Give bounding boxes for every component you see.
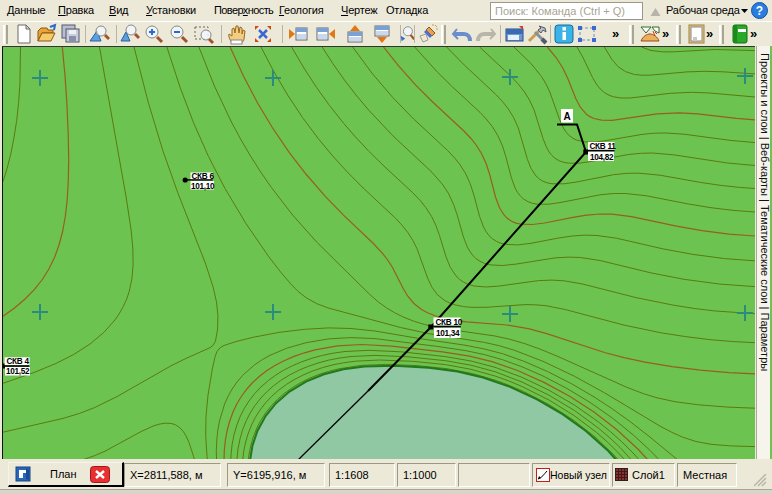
svg-text:101,10: 101,10 bbox=[191, 182, 215, 191]
svg-text:СКВ 6: СКВ 6 bbox=[192, 172, 215, 181]
svg-text:104,82: 104,82 bbox=[590, 153, 614, 162]
svg-text:СКВ 10: СКВ 10 bbox=[436, 318, 463, 327]
svg-text:101,52: 101,52 bbox=[6, 367, 30, 376]
svg-text:A: A bbox=[564, 111, 571, 122]
svg-text:СКВ 4: СКВ 4 bbox=[7, 357, 30, 366]
svg-text:?: ? bbox=[756, 4, 763, 18]
svg-text:СКВ 11: СКВ 11 bbox=[590, 142, 617, 151]
svg-text:101,34: 101,34 bbox=[436, 329, 460, 338]
